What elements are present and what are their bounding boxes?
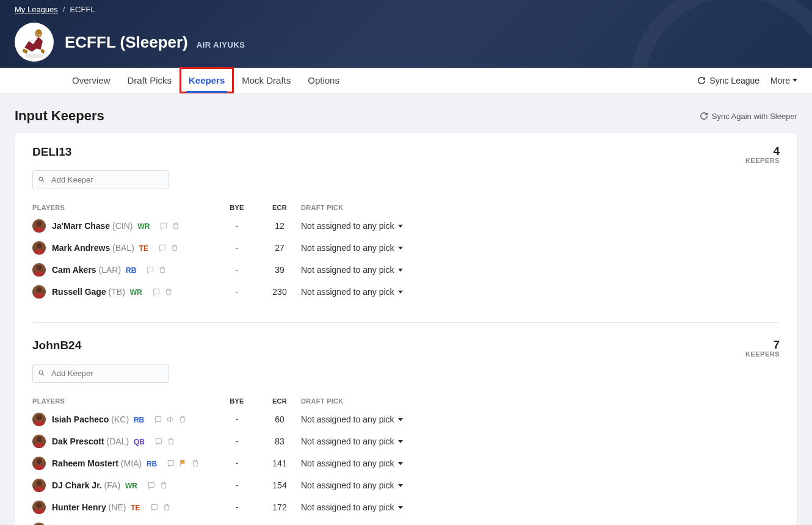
player-avatar bbox=[32, 457, 46, 470]
player-row: Cam Akers (LAR) RB - 39 Not assigned to … bbox=[32, 259, 780, 281]
tab-overview[interactable]: Overview bbox=[63, 68, 119, 93]
draft-pick-selector[interactable]: Not assigned to any pick bbox=[301, 415, 403, 424]
player-name: Ja'Marr Chase bbox=[52, 221, 110, 231]
trash-icon[interactable] bbox=[191, 459, 200, 468]
draft-pick-selector[interactable]: Not assigned to any pick bbox=[301, 221, 403, 231]
draft-pick-selector[interactable]: Not assigned to any pick bbox=[301, 502, 403, 512]
draft-pick-selector[interactable]: Not assigned to any pick bbox=[301, 436, 403, 446]
player-row-actions bbox=[154, 437, 175, 446]
trash-icon[interactable] bbox=[164, 288, 173, 296]
breadcrumb-root-link[interactable]: My Leagues bbox=[15, 5, 58, 14]
player-team: (DAL) bbox=[106, 436, 129, 446]
trash-icon[interactable] bbox=[162, 503, 171, 512]
more-button[interactable]: More bbox=[770, 76, 797, 85]
player-avatar bbox=[32, 523, 46, 525]
draft-pick-selector[interactable]: Not assigned to any pick bbox=[301, 265, 403, 275]
player-position: TE bbox=[131, 504, 140, 512]
svg-rect-8 bbox=[156, 416, 161, 421]
tab-draft-picks[interactable]: Draft Picks bbox=[119, 68, 181, 93]
trash-icon[interactable] bbox=[158, 266, 167, 274]
team-block: JohnB24 7 KEEPERS PLAYERS BYE ECR DRAFT … bbox=[32, 322, 780, 525]
player-bye: - bbox=[216, 265, 258, 275]
player-team: (TB) bbox=[109, 287, 125, 297]
chevron-down-icon bbox=[398, 291, 403, 294]
trash-icon[interactable] bbox=[159, 481, 168, 490]
trash-icon[interactable] bbox=[178, 415, 187, 424]
draft-pick-label: Not assigned to any pick bbox=[301, 243, 394, 253]
svg-rect-6 bbox=[153, 289, 159, 294]
player-avatar bbox=[32, 501, 46, 514]
chevron-down-icon bbox=[398, 418, 403, 421]
player-avatar bbox=[32, 413, 46, 426]
note-icon[interactable] bbox=[152, 288, 161, 296]
keeper-count-label: KEEPERS bbox=[745, 157, 780, 164]
team-block: DELI13 4 KEEPERS PLAYERS BYE ECR DRAFT P… bbox=[32, 145, 780, 303]
player-bye: - bbox=[216, 287, 258, 297]
sync-league-button[interactable]: Sync League bbox=[697, 76, 759, 85]
tab-options[interactable]: Options bbox=[299, 68, 348, 93]
sync-league-label: Sync League bbox=[709, 76, 759, 85]
player-row-actions bbox=[154, 415, 187, 424]
flag-icon[interactable] bbox=[179, 459, 187, 468]
chevron-down-icon bbox=[398, 225, 403, 228]
note-icon[interactable] bbox=[159, 222, 168, 230]
player-name: Hunter Henry bbox=[52, 502, 106, 512]
trash-icon[interactable] bbox=[167, 437, 175, 446]
player-position: RB bbox=[126, 266, 136, 275]
keeper-count: 7 KEEPERS bbox=[745, 339, 780, 358]
player-ecr: 230 bbox=[258, 287, 301, 297]
draft-pick-selector[interactable]: Not assigned to any pick bbox=[301, 287, 403, 297]
draft-pick-label: Not assigned to any pick bbox=[301, 415, 394, 424]
draft-pick-label: Not assigned to any pick bbox=[301, 480, 394, 490]
player-avatar bbox=[32, 285, 46, 299]
player-position: RB bbox=[147, 460, 157, 468]
keeper-count: 4 KEEPERS bbox=[745, 145, 780, 164]
sync-again-button[interactable]: Sync Again with Sleeper bbox=[700, 112, 797, 121]
note-icon[interactable] bbox=[154, 437, 163, 446]
svg-point-2 bbox=[39, 177, 43, 181]
draft-pick-selector[interactable]: Not assigned to any pick bbox=[301, 480, 403, 490]
player-ecr: 12 bbox=[258, 221, 301, 231]
player-ecr: 27 bbox=[258, 243, 301, 253]
player-row-actions bbox=[150, 503, 171, 512]
player-avatar bbox=[32, 219, 46, 233]
player-team: (NE) bbox=[109, 502, 126, 512]
note-icon[interactable] bbox=[154, 415, 162, 424]
sound-icon[interactable] bbox=[166, 415, 175, 424]
player-row-actions bbox=[158, 244, 179, 252]
col-header-players: PLAYERS bbox=[32, 397, 216, 405]
trash-icon[interactable] bbox=[170, 244, 179, 252]
note-icon[interactable] bbox=[167, 459, 175, 468]
draft-pick-selector[interactable]: Not assigned to any pick bbox=[301, 458, 403, 468]
team-name: DELI13 bbox=[32, 145, 71, 159]
draft-pick-selector[interactable]: Not assigned to any pick bbox=[301, 243, 403, 253]
player-team: (KC) bbox=[111, 415, 129, 424]
player-row-actions bbox=[146, 266, 167, 274]
player-row-actions bbox=[147, 481, 168, 490]
player-row: Dak Prescott (DAL) QB - 83 Not assigned … bbox=[32, 430, 780, 452]
add-keeper-input[interactable] bbox=[32, 364, 169, 383]
tab-mock-drafts[interactable]: Mock Drafts bbox=[233, 68, 299, 93]
more-label: More bbox=[770, 76, 790, 85]
add-keeper-input[interactable] bbox=[32, 170, 169, 189]
note-icon[interactable] bbox=[146, 266, 154, 274]
player-name: Mark Andrews bbox=[52, 243, 110, 253]
sync-again-label: Sync Again with Sleeper bbox=[712, 112, 797, 121]
player-position: WR bbox=[137, 222, 150, 231]
player-row: Curtis Samuel (WAS) WR - 189 Not assigne… bbox=[32, 518, 780, 525]
col-header-bye: BYE bbox=[216, 397, 258, 405]
note-icon[interactable] bbox=[150, 503, 159, 512]
note-icon[interactable] bbox=[158, 244, 167, 252]
svg-rect-12 bbox=[151, 504, 157, 509]
page-title: Input Keepers bbox=[15, 108, 104, 124]
draft-pick-label: Not assigned to any pick bbox=[301, 502, 394, 512]
tab-keepers[interactable]: Keepers bbox=[180, 68, 233, 93]
player-row: Hunter Henry (NE) TE - 172 Not assigned … bbox=[32, 496, 780, 518]
trash-icon[interactable] bbox=[172, 222, 180, 230]
note-icon[interactable] bbox=[147, 481, 156, 490]
player-team: (LAR) bbox=[99, 265, 121, 275]
player-position: WR bbox=[130, 288, 142, 297]
player-row: Isiah Pacheco (KC) RB - 60 Not assigned … bbox=[32, 408, 780, 430]
player-row-actions bbox=[152, 288, 173, 296]
player-row-actions bbox=[159, 222, 180, 230]
